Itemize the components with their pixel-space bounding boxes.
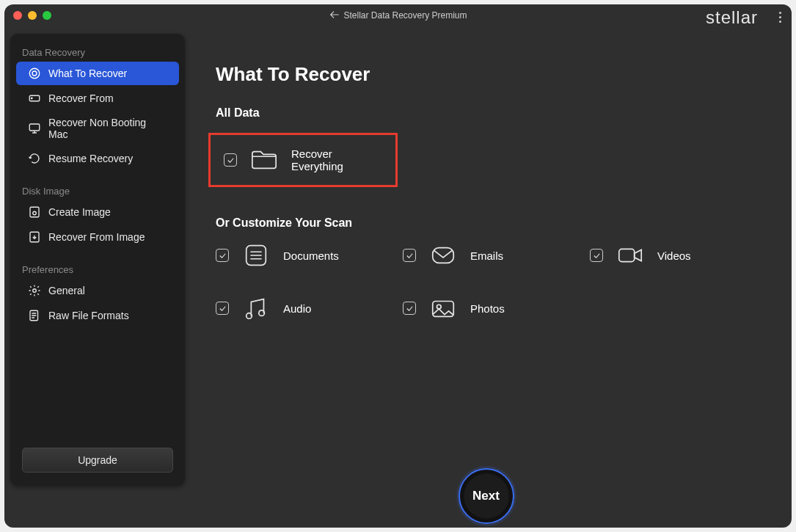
checkbox-documents[interactable] [216,249,229,262]
sidebar-item-create-image[interactable]: Create Image [16,200,179,224]
option-label: Audio [283,302,311,315]
titlebar: Stellar Data Recovery Premium stellar [4,4,792,26]
sidebar-item-general[interactable]: General [16,279,179,302]
svg-rect-12 [619,249,635,261]
audio-icon [242,296,270,321]
svg-point-0 [29,68,40,79]
svg-point-13 [247,313,252,319]
sidebar-item-what-to-recover[interactable]: What To Recover [16,62,179,85]
app-window: Stellar Data Recovery Premium stellar Da… [4,4,792,528]
svg-rect-11 [433,248,454,263]
svg-point-3 [32,98,33,99]
option-label: Videos [657,249,691,262]
recover-everything-option[interactable]: Recover Everything [224,147,382,172]
option-label: Emails [470,249,503,262]
document-icon [242,243,270,268]
sidebar-item-resume-recovery[interactable]: Resume Recovery [16,147,179,170]
sidebar-item-label: Raw File Formats [48,310,129,321]
option-documents[interactable]: Documents [216,243,395,268]
app-title-text: Stellar Data Recovery Premium [343,10,467,21]
sidebar-section-data-recovery: Data Recovery [10,43,185,61]
brand-logo: stellar [706,7,758,28]
folder-icon [250,147,278,172]
maximize-window-button[interactable] [43,11,51,20]
sidebar-section-preferences: Preferences [10,260,185,278]
back-arrow-icon[interactable] [329,10,339,22]
checkbox-videos[interactable] [590,249,603,262]
file-list-icon [28,309,41,322]
recover-everything-label: Recover Everything [291,147,382,172]
sidebar-item-recover-non-booting[interactable]: Recover Non Booting Mac [16,112,179,145]
disk-icon [28,205,41,219]
upgrade-button[interactable]: Upgrade [22,448,173,473]
option-label: Documents [283,249,339,262]
monitor-icon [28,122,41,135]
more-menu-icon[interactable] [779,12,781,23]
target-icon [28,67,41,80]
sidebar-item-label: Recover From Image [48,231,145,243]
option-label: Photos [470,302,505,315]
svg-point-6 [33,211,37,215]
disk-arrow-icon [28,230,41,244]
window-title: Stellar Data Recovery Premium [329,10,467,22]
scan-options-grid: Documents Emails Videos Audio Photos [216,243,770,321]
sidebar-item-label: Create Image [48,206,111,218]
option-audio[interactable]: Audio [216,296,395,321]
sidebar-item-label: General [48,285,85,296]
sidebar-item-recover-from[interactable]: Recover From [16,87,179,110]
checkbox-photos[interactable] [403,302,416,315]
option-photos[interactable]: Photos [403,296,583,321]
sidebar: Data Recovery What To Recover Recover Fr… [10,34,185,486]
recover-everything-highlight: Recover Everything [208,133,398,187]
next-button-label: Next [472,489,500,503]
svg-point-8 [33,289,37,293]
svg-rect-15 [433,302,454,317]
sidebar-item-label: What To Recover [48,68,127,79]
sidebar-item-label: Recover Non Booting Mac [48,117,167,140]
checkbox-emails[interactable] [403,249,416,262]
svg-point-1 [32,71,37,76]
refresh-icon [28,152,41,165]
video-icon [616,243,644,268]
all-data-heading: All Data [216,106,777,120]
sidebar-item-raw-file-formats[interactable]: Raw File Formats [16,304,179,327]
drive-icon [28,92,41,105]
svg-rect-4 [29,124,40,131]
sidebar-item-recover-from-image[interactable]: Recover From Image [16,225,179,249]
window-controls [13,11,51,20]
sidebar-item-label: Resume Recovery [48,153,133,164]
next-button[interactable]: Next [459,468,514,524]
close-window-button[interactable] [13,11,22,20]
email-icon [429,243,457,268]
customize-heading: Or Customize Your Scan [216,216,777,230]
sidebar-item-label: Recover From [48,92,114,104]
svg-point-14 [259,310,265,316]
photo-icon [429,296,457,321]
checkbox-audio[interactable] [216,302,229,315]
minimize-window-button[interactable] [28,11,37,20]
option-emails[interactable]: Emails [403,243,583,268]
svg-rect-5 [30,207,39,217]
page-title: What To Recover [216,63,777,86]
gear-icon [28,284,41,297]
option-videos[interactable]: Videos [590,243,770,268]
checkbox-recover-everything[interactable] [224,153,237,167]
sidebar-section-disk-image: Disk Image [10,181,185,200]
main-panel: What To Recover All Data Recover Everyth… [195,45,777,520]
